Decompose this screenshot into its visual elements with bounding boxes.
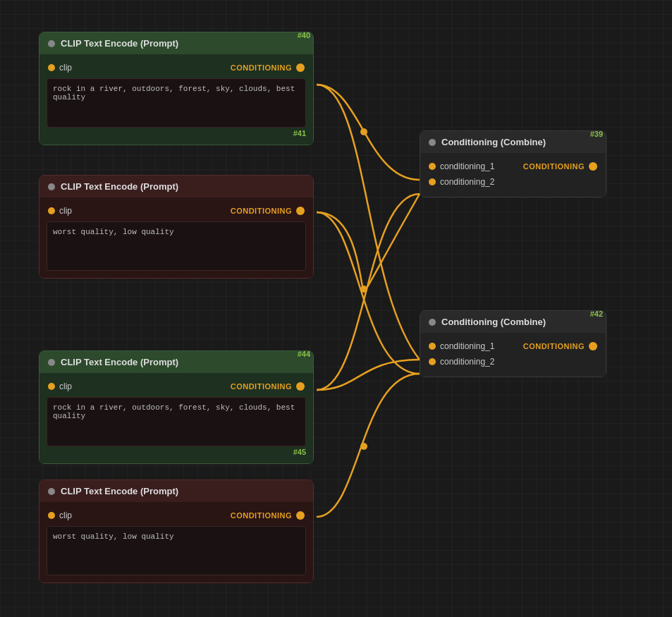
node-42-title: Conditioning (Combine) bbox=[441, 317, 546, 327]
node-44-text[interactable]: rock in a river, outdoors, forest, sky, … bbox=[47, 397, 306, 446]
node-43-conditioning-label: CONDITIONING bbox=[231, 511, 292, 520]
node-44: #44 CLIP Text Encode (Prompt) clip CONDI… bbox=[39, 350, 314, 464]
node-40-clip-label: clip bbox=[59, 63, 72, 73]
node-44-clip-port: clip bbox=[48, 381, 72, 391]
node-39-body: conditioning_1 CONDITIONING conditioning… bbox=[420, 153, 606, 197]
node-44-body: clip CONDITIONING rock in a river, outdo… bbox=[39, 373, 313, 463]
node-40-status-dot bbox=[48, 40, 55, 47]
node-43-body: clip CONDITIONING worst quality, low qua… bbox=[39, 502, 313, 582]
node-40-clip-dot bbox=[48, 64, 55, 71]
node-42-output-dot[interactable] bbox=[589, 342, 597, 350]
node-41-title: CLIP Text Encode (Prompt) bbox=[61, 181, 178, 192]
node-39-cond2-row: conditioning_2 bbox=[427, 174, 599, 190]
node-42-cond1-label: conditioning_1 bbox=[440, 341, 494, 351]
node-41-clip-port: clip bbox=[48, 206, 72, 216]
node-40-text[interactable]: rock in a river, outdoors, forest, sky, … bbox=[47, 78, 306, 128]
node-39-title: Conditioning (Combine) bbox=[441, 137, 546, 147]
node-44-status-dot bbox=[48, 359, 55, 366]
node-40-header: CLIP Text Encode (Prompt) bbox=[39, 32, 313, 54]
node-43: CLIP Text Encode (Prompt) clip CONDITION… bbox=[39, 479, 314, 583]
node-41-status-dot bbox=[48, 183, 55, 190]
svg-point-2 bbox=[360, 443, 367, 450]
node-40-output-dot[interactable] bbox=[296, 63, 305, 72]
node-43-clip-dot bbox=[48, 512, 55, 519]
node-44-output-dot[interactable] bbox=[296, 382, 305, 391]
node-39-cond1-label: conditioning_1 bbox=[440, 161, 494, 171]
node-42-header: Conditioning (Combine) bbox=[420, 311, 606, 333]
node-40-title: CLIP Text Encode (Prompt) bbox=[61, 38, 178, 49]
node-39-cond1-row: conditioning_1 CONDITIONING bbox=[427, 159, 599, 174]
node-42-cond2-dot[interactable] bbox=[429, 358, 436, 365]
node-42-cond1-dot[interactable] bbox=[429, 343, 436, 350]
node-43-clip-row: clip CONDITIONING bbox=[47, 508, 306, 523]
node-42-cond1-port: conditioning_1 bbox=[429, 341, 494, 351]
node-id-44: #44 bbox=[298, 350, 310, 358]
node-41-clip-label: clip bbox=[59, 206, 72, 216]
node-43-clip-port: clip bbox=[48, 511, 72, 520]
node-43-header: CLIP Text Encode (Prompt) bbox=[39, 480, 313, 502]
node-42: #42 Conditioning (Combine) conditioning_… bbox=[420, 310, 606, 377]
svg-point-0 bbox=[360, 128, 367, 135]
node-39-output-dot[interactable] bbox=[589, 162, 597, 171]
node-42-cond1-row: conditioning_1 CONDITIONING bbox=[427, 338, 599, 354]
node-39-cond2-dot[interactable] bbox=[429, 178, 436, 185]
node-40-clip-port: clip bbox=[48, 63, 72, 73]
node-40-body: clip CONDITIONING rock in a river, outdo… bbox=[39, 54, 313, 145]
node-id-40: #40 bbox=[298, 31, 310, 39]
node-43-title: CLIP Text Encode (Prompt) bbox=[61, 486, 178, 496]
node-40-conditioning-label: CONDITIONING bbox=[231, 63, 292, 72]
node-42-cond2-row: conditioning_2 bbox=[427, 354, 599, 369]
node-40-clip-row: clip CONDITIONING bbox=[47, 60, 306, 75]
node-41-id-tag: #41 bbox=[293, 129, 306, 138]
node-39-status-dot bbox=[429, 139, 436, 146]
node-id-42: #42 bbox=[590, 310, 603, 318]
node-39-cond1-port: conditioning_1 bbox=[429, 161, 494, 171]
node-44-clip-dot bbox=[48, 383, 55, 390]
node-44-header: CLIP Text Encode (Prompt) bbox=[39, 351, 313, 373]
node-44-clip-label: clip bbox=[59, 381, 72, 391]
node-39-cond2-port: conditioning_2 bbox=[429, 177, 494, 187]
node-44-clip-row: clip CONDITIONING bbox=[47, 379, 306, 394]
node-42-body: conditioning_1 CONDITIONING conditioning… bbox=[420, 333, 606, 377]
node-41-text[interactable]: worst quality, low quality bbox=[47, 221, 306, 271]
node-43-clip-label: clip bbox=[59, 511, 72, 520]
node-41-conditioning-label: CONDITIONING bbox=[231, 207, 292, 215]
node-41-header: CLIP Text Encode (Prompt) bbox=[39, 176, 313, 197]
node-43-output-dot[interactable] bbox=[296, 511, 305, 520]
node-39-output-label: CONDITIONING bbox=[523, 162, 585, 171]
svg-point-1 bbox=[360, 286, 367, 293]
node-43-status-dot bbox=[48, 488, 55, 495]
node-41: CLIP Text Encode (Prompt) clip CONDITION… bbox=[39, 175, 314, 279]
node-39: #39 Conditioning (Combine) conditioning_… bbox=[420, 130, 606, 197]
node-42-cond2-label: conditioning_2 bbox=[440, 357, 494, 367]
node-41-clip-dot bbox=[48, 207, 55, 214]
node-44-conditioning-label: CONDITIONING bbox=[231, 382, 292, 391]
node-41-clip-row: clip CONDITIONING bbox=[47, 203, 306, 219]
node-45-id-tag: #45 bbox=[293, 448, 306, 456]
node-39-cond2-label: conditioning_2 bbox=[440, 177, 494, 187]
node-40: #40 CLIP Text Encode (Prompt) clip CONDI… bbox=[39, 32, 314, 145]
node-41-output-dot[interactable] bbox=[296, 207, 305, 215]
node-39-header: Conditioning (Combine) bbox=[420, 131, 606, 153]
node-39-cond1-dot[interactable] bbox=[429, 163, 436, 170]
node-42-output-label: CONDITIONING bbox=[523, 342, 585, 350]
node-44-title: CLIP Text Encode (Prompt) bbox=[61, 357, 178, 367]
node-42-status-dot bbox=[429, 319, 436, 326]
node-43-text[interactable]: worst quality, low quality bbox=[47, 526, 306, 575]
node-id-39: #39 bbox=[590, 130, 603, 138]
node-41-body: clip CONDITIONING worst quality, low qua… bbox=[39, 197, 313, 278]
node-42-cond2-port: conditioning_2 bbox=[429, 357, 494, 367]
